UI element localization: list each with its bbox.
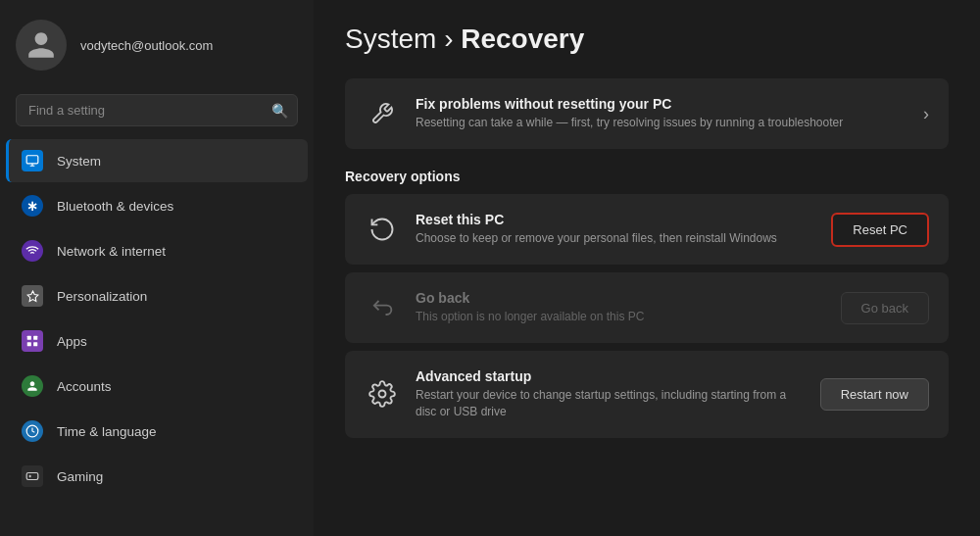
goback-icon [365,290,400,325]
network-icon [22,240,43,262]
gaming-icon [22,465,43,487]
search-input[interactable] [16,94,298,126]
avatar [16,20,67,71]
apps-icon [22,330,43,352]
goback-card: Go back This option is no longer availab… [345,272,949,343]
svg-rect-6 [26,473,38,480]
sidebar-item-personalization-label: Personalization [57,289,147,304]
reset-pc-text: Reset this PC Choose to keep or remove y… [416,212,777,247]
reset-pc-desc: Choose to keep or remove your personal f… [416,230,777,247]
advanced-icon [365,376,400,412]
reset-pc-card: Reset this PC Choose to keep or remove y… [345,194,949,265]
svg-rect-4 [33,342,37,346]
reset-pc-title: Reset this PC [416,212,777,227]
main-content: System › Recovery Fix problems without r… [314,0,980,536]
wrench-icon [365,96,400,131]
system-icon [22,150,43,171]
page-title: System › Recovery [345,24,949,55]
accounts-icon [22,375,43,397]
svg-rect-3 [27,342,31,346]
breadcrumb-parent: System [345,24,436,54]
goback-button: Go back [841,292,929,324]
goback-card-inner: Go back This option is no longer availab… [365,290,644,325]
sidebar-item-bluetooth-label: Bluetooth & devices [57,199,173,214]
advanced-startup-desc: Restart your device to change startup se… [416,387,805,420]
sidebar-item-bluetooth[interactable]: ∗ Bluetooth & devices [6,184,308,227]
restart-now-button[interactable]: Restart now [820,378,929,411]
recovery-section-label: Recovery options [345,169,949,184]
goback-text: Go back This option is no longer availab… [416,290,644,325]
sidebar: vodytech@outlook.com 🔍 System ∗ Bluetoot… [0,0,314,536]
breadcrumb-separator: › [444,24,461,54]
bluetooth-icon: ∗ [22,195,43,217]
fix-problems-card[interactable]: Fix problems without resetting your PC R… [345,78,949,149]
svg-point-7 [379,391,386,398]
advanced-startup-title: Advanced startup [416,368,805,384]
sidebar-item-network[interactable]: Network & internet [6,229,308,272]
advanced-startup-card: Advanced startup Restart your device to … [345,351,949,438]
goback-desc: This option is no longer available on th… [416,309,644,325]
sidebar-item-system-label: System [57,154,101,169]
sidebar-item-apps[interactable]: Apps [6,319,308,363]
user-email: vodytech@outlook.com [80,38,213,53]
reset-pc-card-inner: Reset this PC Choose to keep or remove y… [365,212,777,247]
sidebar-item-gaming-label: Gaming [57,469,103,484]
reset-pc-button[interactable]: Reset PC [831,213,929,247]
fix-problems-title: Fix problems without resetting your PC [416,96,907,112]
breadcrumb-current: Recovery [461,24,584,54]
search-icon: 🔍 [271,103,288,119]
fix-problems-text: Fix problems without resetting your PC R… [416,96,907,131]
advanced-startup-text: Advanced startup Restart your device to … [416,368,805,420]
sidebar-item-time-label: Time & language [57,424,157,439]
sidebar-item-personalization[interactable]: Personalization [6,274,308,317]
fix-problems-desc: Resetting can take a while — first, try … [416,115,907,131]
sidebar-item-apps-label: Apps [57,334,87,349]
advanced-startup-card-inner: Advanced startup Restart your device to … [365,368,805,420]
sidebar-item-accounts[interactable]: Accounts [6,365,308,408]
svg-rect-0 [26,156,38,164]
sidebar-item-gaming[interactable]: Gaming [6,455,308,498]
svg-rect-1 [27,336,31,340]
reset-icon [365,212,400,247]
user-icon [25,29,57,61]
sidebar-item-network-label: Network & internet [57,244,166,259]
user-profile: vodytech@outlook.com [0,0,314,86]
search-bar[interactable]: 🔍 [16,94,298,126]
personalization-icon [22,285,43,307]
chevron-right-icon: › [923,104,929,124]
sidebar-item-time[interactable]: Time & language [6,410,308,453]
time-icon [22,420,43,442]
sidebar-item-accounts-label: Accounts [57,379,112,394]
svg-rect-2 [33,336,37,340]
sidebar-item-system[interactable]: System [6,139,308,182]
goback-title: Go back [416,290,644,306]
